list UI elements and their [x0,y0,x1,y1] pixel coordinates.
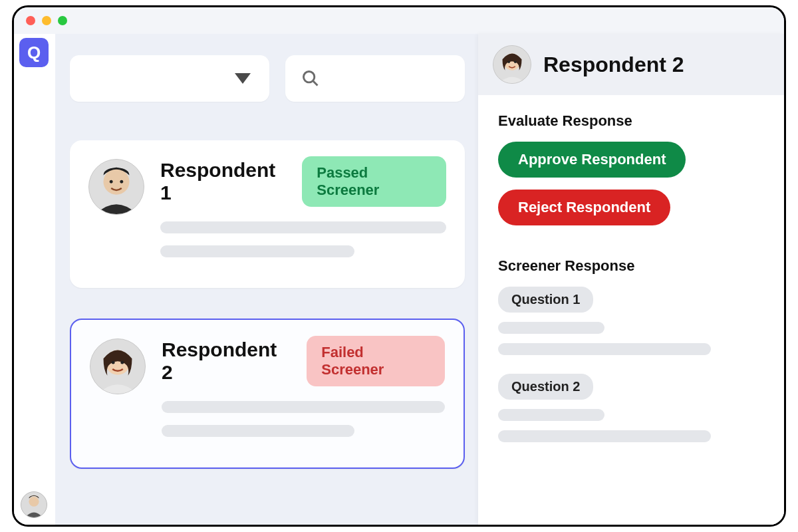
svg-point-11 [120,361,124,364]
card-body: Respondent 1 Passed Screener [160,156,446,269]
window-close-button[interactable] [26,16,35,25]
person-icon [90,339,145,394]
detail-panel: Respondent 2 Evaluate Response Approve R… [478,34,784,525]
window-titlebar [14,7,784,34]
respondent-card[interactable]: Respondent 1 Passed Screener [70,140,465,288]
placeholder-line [498,430,711,442]
reject-button-label: Reject Respondent [518,199,650,216]
window-maximize-button[interactable] [58,16,67,25]
card-header: Respondent 2 Failed Screener [162,336,445,386]
side-rail: Q [14,34,55,525]
filter-dropdown[interactable] [70,55,269,102]
question-block: Question 2 [498,374,764,442]
svg-point-14 [507,61,509,63]
toolbar [70,55,465,102]
avatar [88,159,144,215]
question-label: Question 2 [498,374,593,400]
placeholder-line [160,221,446,233]
person-icon [493,46,531,83]
app-logo[interactable]: Q [19,38,49,67]
approve-button[interactable]: Approve Respondent [498,142,686,178]
evaluate-heading: Evaluate Response [498,112,764,130]
chevron-down-icon [235,73,251,84]
question-label: Question 1 [498,287,593,313]
avatar [493,45,531,84]
placeholder-line [160,245,354,257]
placeholder-line [498,409,604,421]
status-badge: Passed Screener [302,156,446,207]
card-body: Respondent 2 Failed Screener [162,336,445,449]
placeholder-line [162,401,445,413]
reject-button[interactable]: Reject Respondent [498,190,670,225]
svg-point-7 [120,180,123,184]
search-icon [301,69,320,88]
placeholder-line [498,322,604,334]
screener-heading: Screener Response [498,257,764,275]
svg-point-15 [514,61,516,63]
respondent-card[interactable]: Respondent 2 Failed Screener [70,319,465,469]
search-input[interactable] [285,55,465,102]
svg-point-1 [29,497,39,507]
status-badge: Failed Screener [307,336,445,386]
card-header: Respondent 1 Passed Screener [160,156,446,207]
main-area: Respondent 1 Passed Screener [55,34,784,525]
placeholder-line [162,425,354,437]
app-body: Q [14,34,784,525]
panel-body: Evaluate Response Approve Respondent Rej… [478,95,784,478]
question-block: Question 1 [498,287,764,355]
person-icon [21,492,47,517]
svg-point-10 [112,361,115,364]
app-window: Q [12,5,786,527]
person-icon [89,160,144,214]
placeholder-line [498,343,711,355]
respondent-list: Respondent 1 Passed Screener [70,140,465,499]
avatar [90,338,146,394]
respondent-name: Respondent 1 [160,159,289,204]
window-minimize-button[interactable] [42,16,51,25]
approve-button-label: Approve Respondent [518,151,666,168]
svg-line-3 [313,81,318,86]
panel-header: Respondent 2 [478,34,784,95]
current-user-avatar[interactable] [21,491,47,518]
svg-point-6 [110,180,113,184]
svg-point-2 [304,72,315,82]
panel-title: Respondent 2 [543,53,684,77]
app-logo-letter: Q [27,43,41,63]
respondent-name: Respondent 2 [162,338,293,384]
